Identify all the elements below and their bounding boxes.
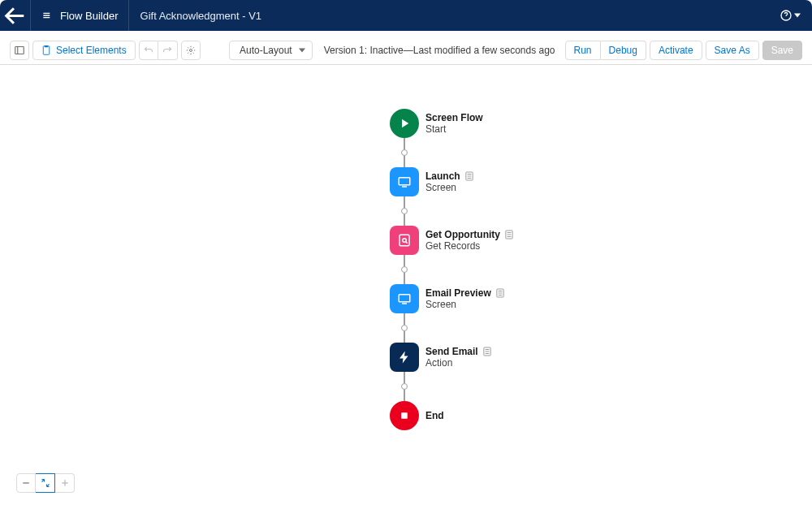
start-icon bbox=[390, 109, 419, 138]
gear-icon bbox=[186, 45, 196, 55]
zoom-out-button[interactable] bbox=[16, 473, 36, 493]
node-title: End bbox=[425, 410, 444, 421]
document-icon bbox=[496, 288, 504, 298]
svg-point-5 bbox=[189, 49, 192, 51]
svg-rect-3 bbox=[43, 45, 50, 54]
svg-rect-19 bbox=[399, 295, 410, 302]
zoom-controls bbox=[16, 473, 75, 493]
status-text: Version 1: Inactive—Last modified a few … bbox=[324, 45, 555, 56]
connector[interactable] bbox=[390, 372, 419, 401]
add-node-dot[interactable] bbox=[401, 149, 408, 156]
undo-redo-group bbox=[139, 41, 178, 60]
svg-rect-12 bbox=[400, 235, 409, 246]
node-subtitle: Screen bbox=[425, 182, 473, 193]
help-icon bbox=[780, 9, 793, 22]
document-icon bbox=[505, 230, 513, 239]
select-elements-label: Select Elements bbox=[56, 45, 127, 56]
add-node-dot[interactable] bbox=[401, 208, 408, 214]
save-as-button[interactable]: Save As bbox=[706, 41, 759, 60]
node-title: Screen Flow bbox=[425, 112, 483, 123]
run-button[interactable]: Run bbox=[565, 41, 601, 60]
node-email-preview[interactable]: Email Preview Screen bbox=[390, 284, 513, 313]
connector[interactable] bbox=[390, 138, 419, 167]
end-icon bbox=[390, 401, 419, 430]
node-start[interactable]: Screen Flow Start bbox=[390, 109, 513, 138]
fit-to-screen-button[interactable] bbox=[36, 473, 55, 493]
layout-label: Auto-Layout bbox=[240, 45, 292, 56]
app-name: Flow Builder bbox=[60, 10, 119, 22]
redo-icon bbox=[162, 45, 172, 55]
add-node-dot[interactable] bbox=[401, 383, 408, 390]
arrow-left-icon bbox=[0, 1, 30, 31]
add-node-dot[interactable] bbox=[401, 325, 408, 331]
toolbar: Select Elements Auto-Layout Version 1: I… bbox=[0, 36, 812, 65]
screen-icon bbox=[390, 284, 419, 313]
action-icon bbox=[390, 343, 419, 372]
chevron-down-icon bbox=[299, 48, 305, 53]
document-icon bbox=[465, 171, 473, 181]
toggle-panel-button[interactable] bbox=[10, 41, 29, 60]
save-button[interactable]: Save bbox=[762, 41, 802, 60]
node-get-opportunity[interactable]: Get Opportunity Get Records bbox=[390, 226, 513, 255]
node-send-email[interactable]: Send Email Action bbox=[390, 343, 513, 372]
get-records-icon bbox=[390, 226, 419, 255]
connector[interactable] bbox=[390, 255, 419, 284]
flow-name[interactable]: Gift Acknowledgment - V1 bbox=[129, 10, 262, 22]
run-debug-group: Run Debug bbox=[565, 41, 646, 60]
node-title: Email Preview bbox=[425, 287, 491, 299]
document-icon bbox=[483, 347, 491, 356]
clipboard-icon bbox=[41, 45, 51, 55]
panel-icon bbox=[15, 45, 24, 55]
flow-diagram: Screen Flow Start Launch Screen bbox=[390, 109, 513, 430]
svg-rect-6 bbox=[399, 178, 410, 185]
app-brand: Flow Builder bbox=[31, 0, 129, 31]
node-launch[interactable]: Launch Screen bbox=[390, 167, 513, 196]
undo-button[interactable] bbox=[139, 41, 158, 60]
help-menu[interactable] bbox=[780, 9, 801, 22]
svg-rect-1 bbox=[15, 46, 24, 54]
node-end[interactable]: End bbox=[390, 401, 513, 430]
flow-builder-icon bbox=[41, 9, 54, 22]
activate-button[interactable]: Activate bbox=[650, 41, 702, 60]
top-bar: Flow Builder Gift Acknowledgment - V1 bbox=[0, 0, 812, 31]
debug-button[interactable]: Debug bbox=[601, 41, 646, 60]
node-subtitle: Screen bbox=[425, 299, 504, 310]
node-title: Launch bbox=[425, 170, 460, 182]
node-title: Send Email bbox=[425, 346, 478, 357]
node-subtitle: Get Records bbox=[425, 240, 513, 252]
svg-rect-4 bbox=[45, 45, 49, 47]
layout-select[interactable]: Auto-Layout bbox=[229, 41, 313, 60]
connector[interactable] bbox=[390, 313, 419, 343]
screen-icon bbox=[390, 167, 419, 196]
svg-line-14 bbox=[406, 242, 408, 244]
connector[interactable] bbox=[390, 196, 419, 226]
undo-icon bbox=[144, 45, 153, 55]
node-subtitle: Action bbox=[425, 357, 491, 369]
canvas[interactable]: Screen Flow Start Launch Screen bbox=[0, 65, 812, 509]
svg-rect-29 bbox=[401, 412, 408, 419]
chevron-down-icon bbox=[794, 12, 801, 19]
zoom-in-button[interactable] bbox=[55, 473, 75, 493]
redo-button[interactable] bbox=[158, 41, 178, 60]
add-node-dot[interactable] bbox=[401, 266, 408, 273]
select-elements-button[interactable]: Select Elements bbox=[32, 41, 136, 60]
node-subtitle: Start bbox=[425, 123, 483, 135]
settings-button[interactable] bbox=[181, 41, 201, 60]
back-button[interactable] bbox=[0, 0, 31, 31]
node-title: Get Opportunity bbox=[425, 229, 500, 240]
